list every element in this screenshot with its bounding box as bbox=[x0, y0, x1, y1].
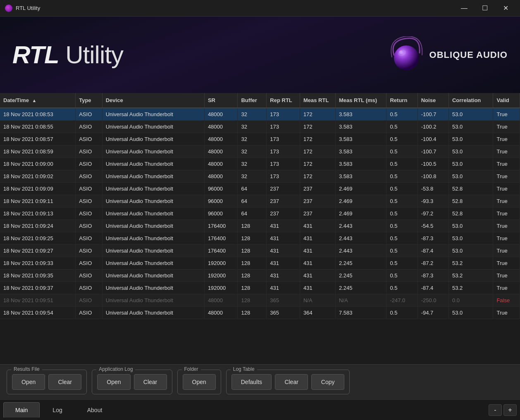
table-cell: 18 Nov 2021 0:09:24 bbox=[0, 220, 76, 232]
col-header-return[interactable]: Return bbox=[386, 93, 417, 108]
table-cell: 18 Nov 2021 0:08:57 bbox=[0, 133, 76, 146]
log-table-clear-button[interactable]: Clear bbox=[275, 374, 308, 390]
table-cell: 2.245 bbox=[335, 270, 386, 282]
table-cell: 0.5 bbox=[386, 307, 417, 319]
table-cell: True bbox=[493, 208, 520, 220]
col-header-type[interactable]: Type bbox=[76, 93, 102, 108]
table-cell: Universal Audio Thunderbolt bbox=[102, 270, 204, 282]
table-cell: N/A bbox=[335, 294, 386, 307]
table-row[interactable]: 18 Nov 2021 0:09:00ASIOUniversal Audio T… bbox=[0, 158, 520, 170]
table-row[interactable]: 18 Nov 2021 0:08:55ASIOUniversal Audio T… bbox=[0, 121, 520, 133]
table-row[interactable]: 18 Nov 2021 0:09:09ASIOUniversal Audio T… bbox=[0, 183, 520, 195]
tab-about[interactable]: About bbox=[75, 402, 114, 418]
table-cell: 431 bbox=[300, 232, 335, 245]
table-cell: 176400 bbox=[204, 220, 238, 232]
table-cell: 48000 bbox=[204, 108, 238, 121]
results-file-open-button[interactable]: Open bbox=[12, 374, 45, 390]
table-cell: 431 bbox=[267, 282, 300, 294]
table-cell: 53.0 bbox=[448, 220, 493, 232]
table-cell: 2.245 bbox=[335, 282, 386, 294]
table-cell: 172 bbox=[300, 121, 335, 133]
table-cell: 431 bbox=[300, 245, 335, 257]
app-header: RTL Utility bbox=[0, 17, 520, 93]
table-cell: 172 bbox=[300, 146, 335, 158]
table-cell: 32 bbox=[238, 121, 267, 133]
tab-minus-button[interactable]: - bbox=[489, 404, 502, 416]
table-cell: 18 Nov 2021 0:09:35 bbox=[0, 270, 76, 282]
table-cell: ASIO bbox=[76, 220, 102, 232]
table-cell: True bbox=[493, 146, 520, 158]
table-cell: 0.5 bbox=[386, 183, 417, 195]
log-table-copy-button[interactable]: Copy bbox=[311, 374, 344, 390]
rtl-text: RTL bbox=[12, 41, 59, 69]
table-row[interactable]: 18 Nov 2021 0:09:37ASIOUniversal Audio T… bbox=[0, 282, 520, 294]
tab-main[interactable]: Main bbox=[3, 402, 40, 418]
bottom-panels: Results File Open Clear Application Log … bbox=[0, 364, 520, 399]
folder-open-button[interactable]: Open bbox=[183, 374, 216, 390]
table-cell: True bbox=[493, 108, 520, 121]
table-cell: 2.443 bbox=[335, 220, 386, 232]
table-cell: ASIO bbox=[76, 232, 102, 245]
results-file-clear-button[interactable]: Clear bbox=[48, 374, 81, 390]
col-header-meas-rtl[interactable]: Meas RTL bbox=[300, 93, 335, 108]
col-header-buffer[interactable]: Buffer bbox=[238, 93, 267, 108]
col-header-device[interactable]: Device bbox=[102, 93, 204, 108]
table-cell: 53.2 bbox=[448, 282, 493, 294]
table-row[interactable]: 18 Nov 2021 0:08:59ASIOUniversal Audio T… bbox=[0, 146, 520, 158]
table-cell: 3.583 bbox=[335, 121, 386, 133]
table-cell: 176400 bbox=[204, 232, 238, 245]
table-cell: 2.469 bbox=[335, 195, 386, 208]
table-row[interactable]: 18 Nov 2021 0:09:11ASIOUniversal Audio T… bbox=[0, 195, 520, 208]
table-cell: 18 Nov 2021 0:09:33 bbox=[0, 257, 76, 270]
col-header-sr[interactable]: SR bbox=[204, 93, 238, 108]
table-cell: Universal Audio Thunderbolt bbox=[102, 133, 204, 146]
table-row[interactable]: 18 Nov 2021 0:09:27ASIOUniversal Audio T… bbox=[0, 245, 520, 257]
col-header-noise[interactable]: Noise bbox=[417, 93, 448, 108]
folder-panel: Folder Open bbox=[177, 370, 221, 394]
table-cell: 365 bbox=[267, 294, 300, 307]
tab-log[interactable]: Log bbox=[41, 402, 74, 418]
log-table-defaults-button[interactable]: Defaults bbox=[231, 374, 272, 390]
table-cell: 431 bbox=[300, 282, 335, 294]
table-row[interactable]: 18 Nov 2021 0:08:53ASIOUniversal Audio T… bbox=[0, 108, 520, 121]
table-cell: 3.583 bbox=[335, 158, 386, 170]
table-cell: ASIO bbox=[76, 307, 102, 319]
table-cell: 172 bbox=[300, 170, 335, 183]
app-log-clear-button[interactable]: Clear bbox=[134, 374, 167, 390]
col-header-meas-rtl-ms[interactable]: Meas RTL (ms) bbox=[335, 93, 386, 108]
table-cell: 237 bbox=[300, 208, 335, 220]
col-header-rep-rtl[interactable]: Rep RTL bbox=[267, 93, 300, 108]
maximize-button[interactable]: ☐ bbox=[475, 2, 494, 15]
table-row[interactable]: 18 Nov 2021 0:09:25ASIOUniversal Audio T… bbox=[0, 232, 520, 245]
table-cell: 431 bbox=[267, 232, 300, 245]
table-cell: ASIO bbox=[76, 146, 102, 158]
app-icon bbox=[5, 5, 12, 12]
table-row[interactable]: 18 Nov 2021 0:09:51ASIOUniversal Audio T… bbox=[0, 294, 520, 307]
utility-text: Utility bbox=[65, 41, 123, 69]
table-cell: 53.2 bbox=[448, 257, 493, 270]
table-cell: 48000 bbox=[204, 133, 238, 146]
col-header-correlation[interactable]: Correlation bbox=[448, 93, 493, 108]
results-file-panel: Results File Open Clear bbox=[7, 370, 87, 394]
close-button[interactable]: ✕ bbox=[496, 2, 515, 15]
table-row[interactable]: 18 Nov 2021 0:08:57ASIOUniversal Audio T… bbox=[0, 133, 520, 146]
minimize-button[interactable]: — bbox=[455, 2, 474, 15]
app-log-open-button[interactable]: Open bbox=[97, 374, 130, 390]
col-header-valid[interactable]: Valid bbox=[493, 93, 520, 108]
col-header-datetime[interactable]: Date/Time ▲ bbox=[0, 93, 76, 108]
table-cell: 52.8 bbox=[448, 208, 493, 220]
table-row[interactable]: 18 Nov 2021 0:09:54ASIOUniversal Audio T… bbox=[0, 307, 520, 319]
table-row[interactable]: 18 Nov 2021 0:09:35ASIOUniversal Audio T… bbox=[0, 270, 520, 282]
table-cell: 0.5 bbox=[386, 232, 417, 245]
data-table-container[interactable]: Date/Time ▲ Type Device SR Buffer Rep RT… bbox=[0, 93, 520, 364]
table-cell: 0.5 bbox=[386, 270, 417, 282]
tab-plus-button[interactable]: + bbox=[503, 404, 517, 416]
table-row[interactable]: 18 Nov 2021 0:09:13ASIOUniversal Audio T… bbox=[0, 208, 520, 220]
table-row[interactable]: 18 Nov 2021 0:09:02ASIOUniversal Audio T… bbox=[0, 170, 520, 183]
table-row[interactable]: 18 Nov 2021 0:09:24ASIOUniversal Audio T… bbox=[0, 220, 520, 232]
table-row[interactable]: 18 Nov 2021 0:09:33ASIOUniversal Audio T… bbox=[0, 257, 520, 270]
logo-sphere bbox=[386, 36, 423, 74]
table-cell: 128 bbox=[238, 270, 267, 282]
table-cell: -53.8 bbox=[417, 183, 448, 195]
table-cell: 364 bbox=[300, 307, 335, 319]
